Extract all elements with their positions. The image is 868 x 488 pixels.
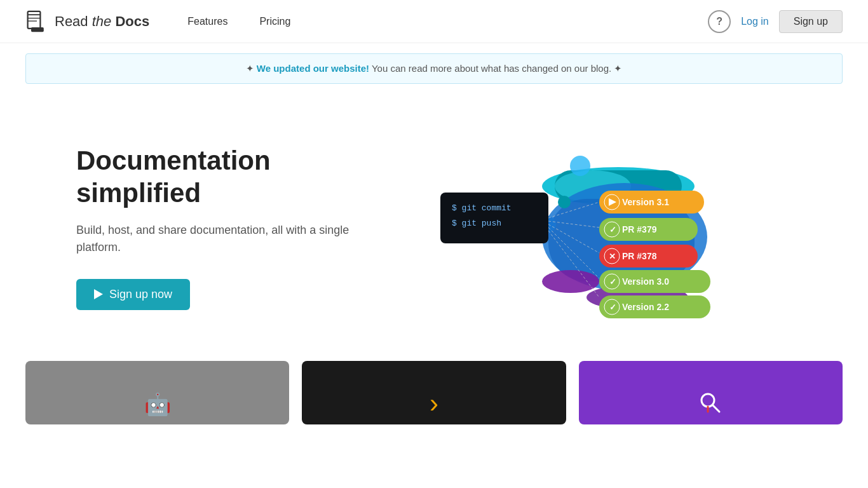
logo-icon: [25, 10, 48, 33]
navbar: Read the Docs Features Pricing ? Log in …: [0, 0, 868, 43]
play-icon: [94, 289, 103, 299]
chevron-icon: ›: [430, 390, 438, 417]
svg-rect-4: [31, 27, 44, 32]
svg-text:$ git commit: $ git commit: [452, 203, 512, 213]
svg-text:PR #379: PR #379: [622, 224, 657, 234]
hero-illustration: $ git commit $ git push Version 3.1 ✓ PR…: [356, 135, 792, 320]
card-chevron: ›: [302, 361, 566, 424]
feature-cards: 🤖 ›: [0, 361, 868, 424]
banner-icon-left: ✦: [246, 63, 254, 74]
svg-rect-16: [440, 193, 548, 243]
nav-pricing[interactable]: Pricing: [259, 16, 290, 27]
hero-title: Documentation simplified: [76, 145, 356, 209]
cta-label: Sign up now: [109, 288, 172, 301]
svg-text:Version 3.1: Version 3.1: [622, 197, 669, 207]
svg-text:✓: ✓: [609, 302, 616, 312]
nav-links: Features Pricing: [187, 16, 708, 27]
hero-left: Documentation simplified Build, host, an…: [76, 145, 356, 310]
svg-text:PR #378: PR #378: [622, 251, 657, 261]
search-card-icon: [699, 391, 722, 417]
svg-text:Version 2.2: Version 2.2: [622, 302, 669, 312]
svg-rect-0: [28, 11, 41, 28]
help-button[interactable]: ?: [708, 10, 731, 33]
svg-text:✓: ✓: [609, 225, 616, 234]
nav-features[interactable]: Features: [187, 16, 227, 27]
hero-section: Documentation simplified Build, host, an…: [0, 94, 868, 361]
card-robot: 🤖: [25, 361, 289, 424]
hero-subtitle: Build, host, and share documentation, al…: [76, 222, 356, 256]
banner-text: You can read more about what has changed…: [372, 63, 614, 74]
cta-signup-button[interactable]: Sign up now: [76, 279, 190, 310]
logo-link[interactable]: Read the Docs: [25, 10, 149, 33]
svg-line-45: [713, 405, 719, 412]
announcement-banner: ✦ We updated our website! You can read m…: [25, 53, 843, 84]
banner-highlight: We updated our website!: [257, 63, 369, 74]
banner-icon-right: ✦: [614, 63, 622, 74]
signup-button[interactable]: Sign up: [779, 10, 843, 33]
robot-icon: 🤖: [144, 391, 171, 417]
svg-point-15: [570, 156, 590, 176]
card-search: [579, 361, 843, 424]
svg-text:Version 3.0: Version 3.0: [622, 276, 669, 287]
svg-text:✓: ✓: [609, 277, 616, 287]
diagram-svg: $ git commit $ git push Version 3.1 ✓ PR…: [409, 135, 739, 320]
login-link[interactable]: Log in: [741, 16, 769, 27]
logo-text: Read the Docs: [55, 13, 149, 30]
svg-point-10: [542, 270, 599, 293]
nav-right: ? Log in Sign up: [708, 10, 843, 33]
svg-text:$ git push: $ git push: [452, 219, 501, 228]
svg-point-14: [558, 196, 571, 208]
svg-text:✕: ✕: [609, 252, 616, 261]
